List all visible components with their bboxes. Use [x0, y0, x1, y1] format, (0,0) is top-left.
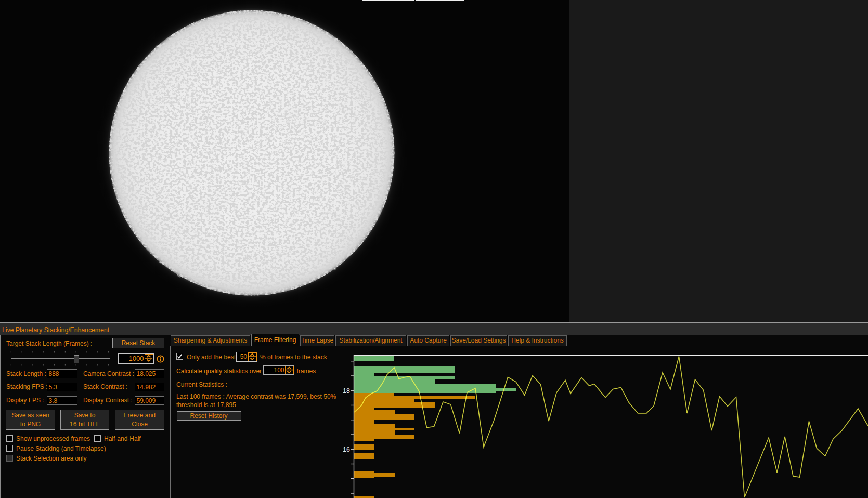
svg-text:18: 18: [343, 387, 350, 395]
svg-text:16: 16: [343, 446, 350, 453]
